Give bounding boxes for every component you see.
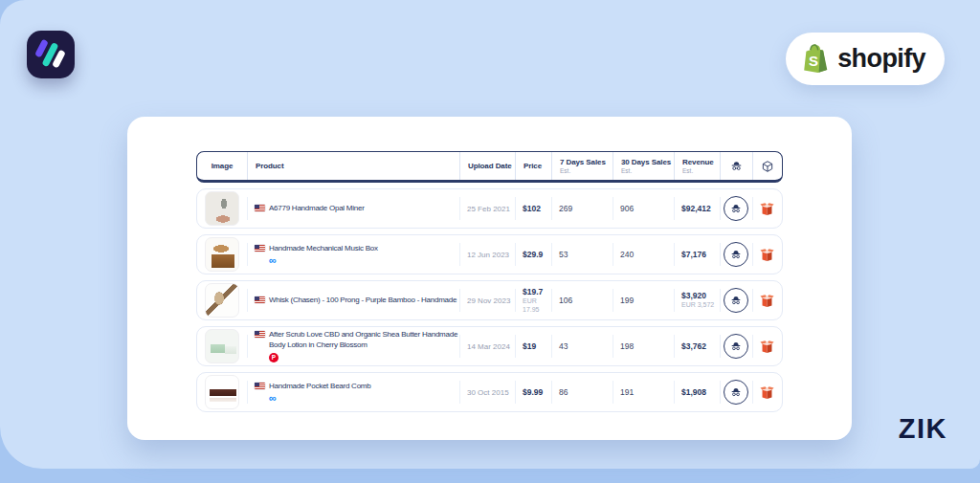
open-box-orange-icon xyxy=(759,339,775,355)
us-flag-icon xyxy=(255,383,265,389)
spy-button[interactable] xyxy=(724,242,748,267)
shopify-bag-letter: S xyxy=(809,52,818,68)
price: $29.9 xyxy=(523,250,551,259)
save-cell xyxy=(752,189,782,228)
spy-incognito-icon xyxy=(730,386,742,398)
product-image xyxy=(205,191,239,226)
save-cell xyxy=(752,327,782,365)
spy-button[interactable] xyxy=(724,196,748,221)
price-eur: EUR 17.95 xyxy=(523,297,549,315)
revenue: $7,176 xyxy=(681,250,720,259)
open-box-orange-icon xyxy=(759,293,775,309)
table-row: Handmade Pocket Beard Comb ∞ 30 Oct 2015… xyxy=(196,372,783,412)
sales-7d: 53 xyxy=(559,250,612,259)
table-row: Handmade Mechanical Music Box ∞ 12 Jun 2… xyxy=(196,234,783,274)
us-flag-icon xyxy=(255,205,265,211)
save-cell xyxy=(752,281,782,319)
sales-7d-cell: 106 xyxy=(551,281,612,319)
sales-7d-cell: 86 xyxy=(551,373,612,411)
upload-date: 25 Feb 2021 xyxy=(467,205,515,213)
column-header-price: Price xyxy=(515,152,551,180)
product-image xyxy=(205,283,239,318)
table-header: Image Product Upload Date Price 7 Days S… xyxy=(196,151,783,183)
save-product-button[interactable] xyxy=(759,201,775,217)
spy-incognito-icon xyxy=(730,203,742,214)
column-header-30-days-sales: 30 Days SalesEst. xyxy=(612,152,674,180)
shopify-badge: S shopify xyxy=(786,33,945,85)
product-image xyxy=(205,375,239,409)
pinterest-icon: P xyxy=(269,353,278,362)
spy-incognito-icon xyxy=(730,160,743,172)
zik-app-logo xyxy=(27,31,75,78)
products-card: Image Product Upload Date Price 7 Days S… xyxy=(127,117,852,440)
sales-30d: 240 xyxy=(620,250,674,259)
table-row: A6779 Handmade Opal Miner 25 Feb 2021 $1… xyxy=(196,188,783,229)
shopify-wordmark: shopify xyxy=(837,44,925,74)
price-cell: $9.99 xyxy=(515,373,551,411)
spy-button[interactable] xyxy=(724,380,748,405)
column-header-revenue: RevenueEst. xyxy=(674,152,720,180)
revenue-eur: EUR 3,572 xyxy=(681,301,720,310)
sales-7d-cell: 269 xyxy=(551,189,612,228)
save-product-button[interactable] xyxy=(759,293,775,309)
spy-cell xyxy=(720,373,752,411)
us-flag-icon xyxy=(255,296,265,303)
product-name[interactable]: Whisk (Chasen) - 100 Prong - Purple Bamb… xyxy=(269,296,457,305)
column-header-7-days-sales: 7 Days SalesEst. xyxy=(551,152,612,180)
product-image-cell xyxy=(197,189,247,228)
price-cell: $19.7EUR 17.95 xyxy=(515,281,551,319)
table-row: After Scrub Love CBD and Organic Shea Bu… xyxy=(196,326,783,366)
product-image xyxy=(205,329,239,363)
shopify-bag-icon: S xyxy=(800,43,829,76)
meta-icon: ∞ xyxy=(269,394,459,403)
product-name[interactable]: Handmade Mechanical Music Box xyxy=(269,244,378,253)
sales-7d-cell: 43 xyxy=(551,327,612,365)
price-cell: $19 xyxy=(515,327,551,365)
spy-cell xyxy=(720,235,752,274)
save-product-button[interactable] xyxy=(759,339,775,355)
upload-date: 29 Nov 2023 xyxy=(467,296,515,305)
sales-30d-cell: 191 xyxy=(612,373,674,411)
save-product-button[interactable] xyxy=(759,247,775,263)
sales-30d: 906 xyxy=(620,204,674,213)
column-header-spy xyxy=(720,152,752,180)
product-image-cell xyxy=(197,373,247,411)
open-box-orange-icon xyxy=(759,247,775,263)
upload-date: 14 Mar 2024 xyxy=(467,342,515,351)
spy-button[interactable] xyxy=(724,334,748,359)
meta-icon: ∞ xyxy=(269,256,459,265)
open-box-orange-icon xyxy=(759,201,775,217)
price: $19 xyxy=(523,341,551,351)
revenue: $3,762 xyxy=(681,341,720,351)
product-name[interactable]: A6779 Handmade Opal Miner xyxy=(269,204,365,213)
revenue-cell: $1,908 xyxy=(674,373,720,411)
sales-30d-cell: 906 xyxy=(612,189,674,228)
column-header-package xyxy=(752,152,782,180)
upload-date-cell: 12 Jun 2023 xyxy=(459,235,515,274)
upload-date: 12 Jun 2023 xyxy=(467,251,515,259)
price: $9.99 xyxy=(523,387,551,397)
price-cell: $102 xyxy=(515,189,551,228)
revenue-cell: $7,176 xyxy=(674,235,720,274)
price: $102 xyxy=(523,204,551,213)
upload-date-cell: 30 Oct 2015 xyxy=(459,373,515,411)
product-image-cell xyxy=(197,281,247,319)
product-image xyxy=(205,237,239,272)
open-box-orange-icon xyxy=(759,384,775,401)
us-flag-icon xyxy=(255,331,265,338)
page: S shopify Image Product Upload Date Pric… xyxy=(0,0,980,483)
sales-7d-cell: 53 xyxy=(551,235,612,274)
spy-button[interactable] xyxy=(724,288,748,313)
product-name[interactable]: After Scrub Love CBD and Organic Shea Bu… xyxy=(269,330,459,350)
upload-date: 30 Oct 2015 xyxy=(467,388,515,397)
spy-cell xyxy=(720,189,752,228)
package-box-icon xyxy=(761,160,774,173)
zik-wordmark: ZIK xyxy=(899,413,947,445)
product-image-cell xyxy=(197,235,247,274)
table-row: Whisk (Chasen) - 100 Prong - Purple Bamb… xyxy=(196,280,783,320)
sales-30d: 198 xyxy=(620,341,674,351)
save-product-button[interactable] xyxy=(759,384,775,401)
product-name[interactable]: Handmade Pocket Beard Comb xyxy=(269,382,370,391)
sales-30d: 191 xyxy=(620,387,674,397)
product-image-cell xyxy=(197,327,247,365)
